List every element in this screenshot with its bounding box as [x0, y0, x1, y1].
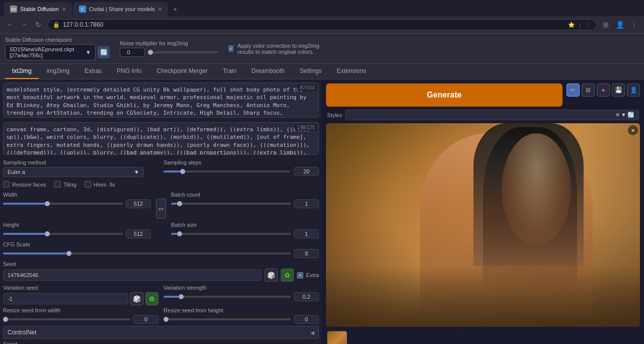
styles-bar: Styles ✕ ▼ 🔄: [324, 109, 642, 121]
tab-extensions[interactable]: Extensions: [330, 64, 373, 79]
url-icons: ⭐↓⋮: [568, 22, 592, 28]
checkpoint-refresh-btn[interactable]: 🔄: [98, 46, 110, 58]
styles-clear-btn[interactable]: ✕: [615, 112, 620, 118]
restore-faces-checkbox[interactable]: [3, 181, 10, 188]
resize-height-section: Resize seed from height 0: [164, 307, 319, 324]
sampling-method-label: Sampling method: [3, 159, 158, 165]
tab-settings[interactable]: Settings: [293, 64, 329, 79]
negative-prompt[interactable]: canvas frame, cartoon, 3d, (disfigured))…: [3, 122, 319, 155]
color-correction-section: ✓ Apply color correction to img2img resu…: [228, 43, 329, 55]
styles-dropdown[interactable]: ✕ ▼ 🔄: [345, 110, 639, 120]
tiling-checkbox[interactable]: [54, 181, 61, 188]
style-grid-btn[interactable]: ⊞: [582, 83, 595, 97]
height-slider[interactable]: [3, 233, 123, 235]
styles-arrow[interactable]: ▼: [621, 112, 626, 118]
variation-section: Variation seed -1 🎲 ♻ Variation strength: [3, 285, 319, 305]
style-pencil-btn[interactable]: ✏: [567, 83, 580, 97]
cfg-section: CFG Scale 8: [3, 241, 319, 258]
batch-count-section: Batch count 1: [171, 192, 319, 208]
tab-checkpoint-merger[interactable]: Checkpoint Merger: [149, 64, 214, 79]
style-red-btn[interactable]: ●: [597, 83, 610, 97]
extra-checkbox[interactable]: ✓: [297, 272, 303, 279]
tab-close[interactable]: ✕: [62, 7, 66, 12]
variation-strength-value[interactable]: 0.2: [294, 292, 319, 301]
image-area: ✕: [326, 123, 640, 327]
generate-button[interactable]: Generate: [326, 83, 562, 107]
cfg-value[interactable]: 8: [294, 249, 319, 258]
variation-seed-section: Variation seed -1 🎲 ♻: [3, 285, 158, 305]
menu-btn[interactable]: ⋮: [628, 19, 640, 31]
batch-size-slider[interactable]: [171, 233, 291, 235]
resize-width-label: Resize seed from width: [3, 307, 158, 313]
checkbox-row: Restore faces Tiling Hires. fix: [3, 181, 319, 188]
tab-png-info[interactable]: PNG Info: [110, 64, 148, 79]
close-image-btn[interactable]: ✕: [628, 125, 638, 135]
seed-section: Seed 1476462546 🎲 ♻ ✓ Extra: [3, 261, 319, 282]
negative-prompt-container: canvas frame, cartoon, 3d, (disfigured))…: [3, 122, 319, 156]
tab-train[interactable]: Train: [216, 64, 244, 79]
new-tab-button[interactable]: +: [169, 3, 181, 15]
variation-seed-dice[interactable]: 🎲: [130, 292, 143, 305]
style-tools: ✏ ⊞ ● 💾 👤: [567, 83, 640, 107]
tab-extras[interactable]: Extras: [77, 64, 109, 79]
sampling-steps-value[interactable]: 20: [294, 167, 319, 176]
batch-count-slider[interactable]: [171, 203, 291, 205]
color-correction-checkbox[interactable]: ✓: [228, 45, 233, 52]
variation-seed-label: Variation seed: [3, 285, 158, 291]
variation-seed-input[interactable]: -1: [3, 293, 128, 304]
reload-button[interactable]: ↻: [32, 19, 44, 31]
main-tabs: txt2img img2img Extras PNG Info Checkpoi…: [0, 64, 644, 79]
styles-label: Styles: [327, 112, 342, 118]
app-content: Stable Diffusion checkpoint SD15NewVAEpr…: [0, 34, 644, 344]
url-text: 127.0.0.1:7860: [63, 21, 565, 28]
width-value[interactable]: 512: [126, 199, 151, 208]
right-panel: Generate ✏ ⊞ ● 💾 👤 Styles: [322, 79, 644, 344]
url-bar[interactable]: 🔒 127.0.0.1:7860 ⭐↓⋮: [47, 19, 597, 30]
extensions-btn[interactable]: ⊞: [600, 19, 612, 31]
style-save-btn[interactable]: 💾: [612, 83, 625, 97]
cfg-slider[interactable]: [3, 252, 291, 254]
thumbnail-1[interactable]: [327, 331, 347, 344]
checkpoint-dropdown[interactable]: SD15NewVAEpruned.ckpt [27a4ac756c] ▼: [5, 44, 96, 60]
batch-size-value[interactable]: 1: [294, 229, 319, 238]
cfg-label: CFG Scale: [3, 241, 319, 247]
noise-slider[interactable]: [148, 51, 218, 53]
extra-label: Extra: [306, 272, 319, 278]
hires-fix-checkbox[interactable]: [85, 181, 91, 188]
checkpoint-label: Stable Diffusion checkpoint: [5, 37, 110, 43]
profile-btn[interactable]: 👤: [614, 19, 626, 31]
tab-civitai-close[interactable]: ✕: [158, 7, 162, 12]
back-button[interactable]: ←: [4, 19, 16, 31]
seed-recycle-btn[interactable]: ♻: [281, 269, 294, 282]
seed-input[interactable]: 1476462546: [3, 270, 262, 281]
tab-stable-diffusion[interactable]: SD Stable Diffusion ✕: [4, 2, 72, 16]
nav-buttons: ← → ↻: [4, 19, 44, 31]
batch-count-value[interactable]: 1: [294, 199, 319, 208]
height-value[interactable]: 512: [126, 229, 151, 238]
hires-fix-label: Hires. fix: [94, 182, 115, 188]
resize-height-value[interactable]: 0: [294, 315, 319, 324]
tab-txt2img[interactable]: txt2img: [5, 64, 39, 79]
positive-prompt[interactable]: modelshoot style, (extremely detailed CG…: [3, 82, 319, 118]
tab-civitai[interactable]: C Civitai | Share your models ✕: [73, 2, 168, 16]
tab-dreambooth[interactable]: Dreambooth: [245, 64, 292, 79]
forward-button[interactable]: →: [18, 19, 30, 31]
style-person-btn[interactable]: 👤: [627, 83, 640, 97]
width-slider[interactable]: [3, 203, 123, 205]
variation-strength-section: Variation strength 0.2: [164, 285, 319, 301]
tab-bar: SD Stable Diffusion ✕ C Civitai | Share …: [0, 0, 644, 16]
resize-width-value[interactable]: 0: [133, 315, 158, 324]
resize-height-slider[interactable]: [164, 318, 291, 320]
sampling-method-dropdown[interactable]: Euler a ▼: [3, 167, 144, 177]
tab-img2img[interactable]: img2img: [40, 64, 76, 79]
resize-width-slider[interactable]: [3, 318, 130, 320]
noise-input[interactable]: [120, 48, 145, 57]
sampling-steps-slider[interactable]: [164, 170, 290, 173]
controlnet-header[interactable]: ControlNet ◀: [4, 326, 318, 338]
link-dimensions-btn[interactable]: ⇔: [156, 199, 166, 219]
variation-strength-slider[interactable]: [164, 296, 291, 298]
seed-dice-btn[interactable]: 🎲: [265, 269, 278, 282]
variation-seed-recycle[interactable]: ♻: [145, 292, 158, 305]
styles-refresh-btn[interactable]: 🔄: [627, 112, 634, 118]
tab-label: Stable Diffusion: [20, 6, 59, 12]
